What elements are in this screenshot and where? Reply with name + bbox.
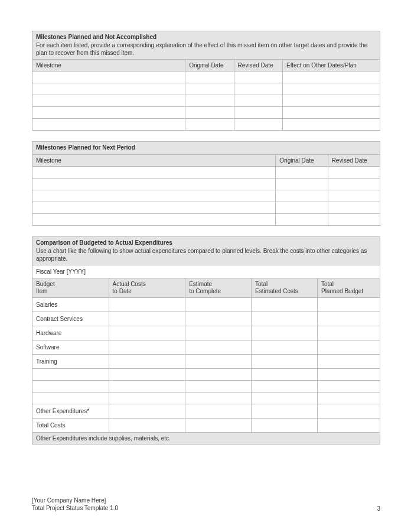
cell[interactable] bbox=[185, 355, 252, 369]
col-header: Original Date bbox=[185, 60, 234, 72]
cell[interactable] bbox=[109, 298, 185, 312]
cell[interactable] bbox=[328, 202, 380, 214]
cell[interactable] bbox=[276, 202, 328, 214]
cell[interactable] bbox=[109, 381, 185, 392]
cell[interactable] bbox=[252, 381, 318, 392]
cell[interactable] bbox=[252, 369, 318, 381]
cell[interactable] bbox=[32, 167, 276, 179]
cell[interactable] bbox=[328, 179, 380, 190]
cell[interactable] bbox=[234, 83, 282, 95]
cell[interactable] bbox=[185, 369, 252, 381]
table-row bbox=[32, 167, 380, 179]
cell[interactable] bbox=[185, 326, 252, 340]
cell[interactable] bbox=[252, 404, 318, 419]
cell[interactable] bbox=[109, 326, 185, 340]
cell[interactable] bbox=[185, 419, 252, 433]
table-row: Training bbox=[32, 355, 380, 369]
cell[interactable] bbox=[283, 72, 380, 83]
col-header: TotalEstimated Costs bbox=[252, 278, 318, 298]
cell[interactable] bbox=[252, 392, 318, 404]
cell[interactable] bbox=[328, 167, 380, 179]
budget-item[interactable] bbox=[32, 381, 109, 392]
cell[interactable] bbox=[276, 190, 328, 202]
col-header: Estimateto Complete bbox=[185, 278, 252, 298]
cell[interactable] bbox=[32, 179, 276, 190]
cell[interactable] bbox=[252, 355, 318, 369]
cell[interactable] bbox=[317, 404, 380, 419]
cell[interactable] bbox=[317, 355, 380, 369]
cell[interactable] bbox=[32, 72, 185, 83]
cell[interactable] bbox=[185, 107, 234, 119]
section2-title: Milestones Planned for Next Period bbox=[36, 144, 376, 151]
cell[interactable] bbox=[317, 392, 380, 404]
cell[interactable] bbox=[32, 107, 185, 119]
cell[interactable] bbox=[185, 392, 252, 404]
cell[interactable] bbox=[109, 355, 185, 369]
budget-item: Training bbox=[32, 355, 109, 369]
cell[interactable] bbox=[317, 326, 380, 340]
cell[interactable] bbox=[252, 312, 318, 326]
cell[interactable] bbox=[185, 404, 252, 419]
cell[interactable] bbox=[317, 340, 380, 355]
section3-title: Comparison of Budgeted to Actual Expendi… bbox=[36, 239, 376, 246]
cell[interactable] bbox=[109, 340, 185, 355]
cell[interactable] bbox=[109, 404, 185, 419]
cell[interactable] bbox=[234, 95, 282, 107]
cell[interactable] bbox=[283, 107, 380, 119]
cell[interactable] bbox=[32, 119, 185, 131]
cell[interactable] bbox=[185, 95, 234, 107]
cell[interactable] bbox=[32, 83, 185, 95]
cell[interactable] bbox=[32, 95, 185, 107]
cell[interactable] bbox=[317, 381, 380, 392]
cell[interactable] bbox=[317, 298, 380, 312]
cell[interactable] bbox=[317, 312, 380, 326]
budget-footnote: Other Expenditures include supplies, mat… bbox=[32, 433, 380, 445]
cell[interactable] bbox=[328, 190, 380, 202]
cell[interactable] bbox=[185, 381, 252, 392]
fiscal-year-cell[interactable]: Fiscal Year [YYYY] bbox=[32, 265, 380, 278]
cell[interactable] bbox=[32, 214, 276, 226]
cell[interactable] bbox=[276, 214, 328, 226]
cell[interactable] bbox=[109, 392, 185, 404]
table-row: Contract Services bbox=[32, 312, 380, 326]
table-row: Total Costs bbox=[32, 419, 380, 433]
cell[interactable] bbox=[317, 419, 380, 433]
cell[interactable] bbox=[234, 72, 282, 83]
budget-item: Other Expenditures* bbox=[32, 404, 109, 419]
milestones-not-accomplished-table: Milestones Planned and Not Accomplished … bbox=[32, 31, 380, 131]
cell[interactable] bbox=[283, 119, 380, 131]
cell[interactable] bbox=[109, 369, 185, 381]
cell[interactable] bbox=[252, 326, 318, 340]
budget-item: Hardware bbox=[32, 326, 109, 340]
cell[interactable] bbox=[32, 190, 276, 202]
cell[interactable] bbox=[276, 167, 328, 179]
cell[interactable] bbox=[185, 340, 252, 355]
table-row bbox=[32, 369, 380, 381]
cell[interactable] bbox=[252, 298, 318, 312]
cell[interactable] bbox=[283, 95, 380, 107]
cell[interactable] bbox=[276, 179, 328, 190]
cell[interactable] bbox=[185, 312, 252, 326]
cell[interactable] bbox=[185, 298, 252, 312]
section1-desc: For each item listed, provide a correspo… bbox=[36, 41, 376, 57]
cell[interactable] bbox=[328, 214, 380, 226]
cell[interactable] bbox=[252, 340, 318, 355]
document-page: Milestones Planned and Not Accomplished … bbox=[0, 0, 411, 473]
table-row bbox=[32, 83, 380, 95]
budget-item[interactable] bbox=[32, 392, 109, 404]
cell[interactable] bbox=[185, 83, 234, 95]
cell[interactable] bbox=[185, 72, 234, 83]
cell[interactable] bbox=[185, 119, 234, 131]
cell[interactable] bbox=[32, 202, 276, 214]
section3-header: Comparison of Budgeted to Actual Expendi… bbox=[32, 237, 380, 265]
budget-item: Total Costs bbox=[32, 419, 109, 433]
budget-item[interactable] bbox=[32, 369, 109, 381]
cell[interactable] bbox=[109, 312, 185, 326]
cell[interactable] bbox=[234, 107, 282, 119]
cell[interactable] bbox=[317, 369, 380, 381]
cell[interactable] bbox=[283, 83, 380, 95]
cell[interactable] bbox=[109, 419, 185, 433]
cell[interactable] bbox=[234, 119, 282, 131]
table-row bbox=[32, 381, 380, 392]
cell[interactable] bbox=[252, 419, 318, 433]
